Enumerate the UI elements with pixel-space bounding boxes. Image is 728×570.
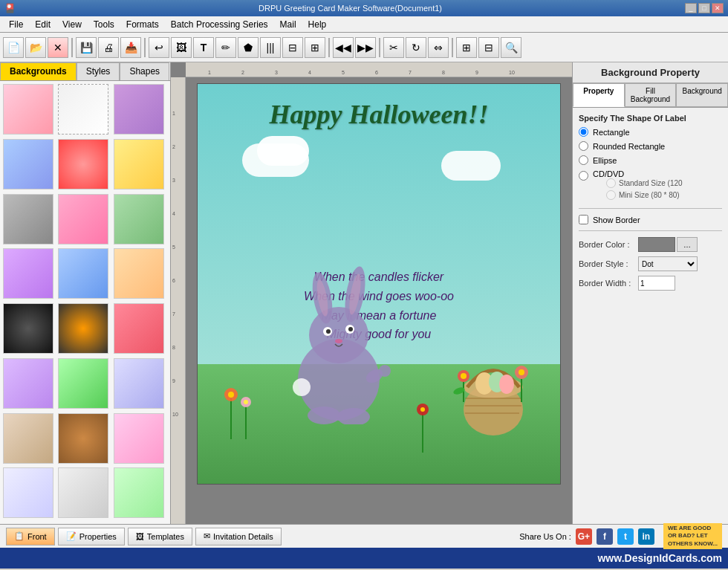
thumbnail-3[interactable] [114, 84, 164, 135]
toolbar: 📄 📂 ✕ 💾 🖨 📥 ↩ 🖼 T ✏ ⬟ ||| ⊟ ⊞ ◀◀ ▶▶ ✂ ↻ … [0, 33, 728, 62]
separator3 [328, 38, 330, 57]
thumbnail-1[interactable] [3, 84, 53, 135]
save-button[interactable]: 💾 [76, 37, 97, 58]
thumbnail-13[interactable] [3, 303, 53, 354]
open-button[interactable]: 📂 [25, 37, 46, 58]
crop-button[interactable]: ✂ [383, 37, 404, 58]
barcode-button[interactable]: ||| [260, 37, 281, 58]
greeting-card: Happy Halloween!! When the candles flick… [197, 83, 561, 485]
thumbnail-6[interactable] [114, 139, 164, 190]
twitter-icon[interactable]: t [617, 528, 634, 545]
shape-rounded-row[interactable]: Rounded Rectangle [579, 141, 722, 151]
prev-button[interactable]: ◀◀ [333, 37, 354, 58]
tab-property[interactable]: Property [573, 83, 625, 107]
next-button[interactable]: ▶▶ [355, 37, 376, 58]
grid-button[interactable]: ⊞ [456, 37, 477, 58]
menu-help[interactable]: Help [302, 18, 333, 31]
border-style-select[interactable]: Dot [638, 256, 698, 271]
properties-button[interactable]: 📝 Properties [58, 528, 125, 545]
thumbnail-19[interactable] [3, 413, 53, 464]
shape-cddvd-row[interactable]: CD/DVD Standard Size (120 Mini Size (80 … [579, 169, 722, 202]
grid2-button[interactable]: ⊟ [478, 37, 499, 58]
invitation-button[interactable]: ✉ Invitation Details [195, 528, 282, 545]
separator4 [379, 38, 380, 57]
label-mini-size: Mini Size (80 * 80) [619, 191, 680, 199]
cd-mini-row[interactable]: Mini Size (80 * 80) [606, 190, 683, 200]
thumbnail-22[interactable] [3, 467, 53, 518]
checkbox-show-border[interactable] [579, 215, 588, 224]
thumbnail-11[interactable] [58, 248, 108, 299]
radio-rectangle[interactable] [579, 127, 588, 137]
tab-backgrounds[interactable]: Backgrounds [0, 62, 77, 80]
thumbnail-20[interactable] [58, 413, 108, 464]
cloud-2 [257, 136, 309, 166]
import-button[interactable]: 📥 [120, 37, 141, 58]
delete-button[interactable]: ✕ [48, 37, 68, 58]
shape-rectangle-row[interactable]: Rectangle [579, 127, 722, 137]
thumbnail-10[interactable] [3, 248, 53, 299]
radio-standard-size[interactable] [606, 178, 616, 188]
thumbnail-18[interactable] [114, 358, 164, 409]
menu-batch[interactable]: Batch Processing Series [165, 18, 274, 31]
google-plus-icon[interactable]: G+ [576, 528, 592, 545]
section-label: Specify The Shape Of Label [579, 114, 722, 123]
shape-button[interactable]: ⬟ [238, 37, 259, 58]
thumbnail-21[interactable] [114, 413, 164, 464]
thumbnail-16[interactable] [3, 358, 53, 409]
border-color-picker[interactable]: … [677, 237, 698, 252]
facebook-icon[interactable]: f [597, 528, 613, 545]
front-button[interactable]: 📋 Front [6, 528, 55, 545]
window-controls[interactable]: _ □ ✕ [685, 3, 724, 13]
thumbnail-24[interactable] [114, 467, 164, 518]
thumbnail-5[interactable] [58, 139, 108, 190]
thumbnail-17[interactable] [58, 358, 108, 409]
templates-button[interactable]: 🖼 Templates [128, 528, 192, 545]
tab-shapes[interactable]: Shapes [120, 62, 169, 80]
thumbnail-4[interactable] [3, 139, 53, 190]
thumbnail-14[interactable] [58, 303, 108, 354]
table-button[interactable]: ⊞ [305, 37, 325, 58]
thumbnail-7[interactable] [3, 194, 53, 244]
radio-mini-size[interactable] [606, 190, 616, 200]
shape-ellipse-row[interactable]: Ellipse [579, 155, 722, 165]
menu-view[interactable]: View [56, 18, 88, 31]
menu-edit[interactable]: Edit [29, 18, 56, 31]
linkedin-icon[interactable]: in [638, 528, 654, 545]
text-button[interactable]: T [193, 37, 214, 58]
thumbnail-15[interactable] [114, 303, 164, 354]
minimize-button[interactable]: _ [685, 3, 697, 13]
tab-fill-background[interactable]: Fill Background [625, 83, 677, 107]
align-button[interactable]: ⊟ [282, 37, 303, 58]
thumbnail-2[interactable] [58, 84, 108, 135]
left-panel: Backgrounds Styles Shapes [0, 62, 171, 524]
menu-file[interactable]: File [3, 18, 29, 31]
website-url: www.DesignIdCards.com [597, 552, 722, 564]
menu-formats[interactable]: Formats [120, 18, 165, 31]
radio-rounded[interactable] [579, 141, 588, 151]
thumbnail-9[interactable] [114, 194, 164, 244]
border-color-swatch[interactable] [638, 237, 675, 252]
undo-button[interactable]: ↩ [149, 37, 169, 58]
print-button[interactable]: 🖨 [98, 37, 119, 58]
image-button[interactable]: 🖼 [171, 37, 192, 58]
rotate-button[interactable]: ↻ [406, 37, 426, 58]
close-button[interactable]: ✕ [712, 3, 724, 13]
tab-background[interactable]: Background [676, 83, 728, 107]
menu-mail[interactable]: Mail [274, 18, 302, 31]
thumbnail-23[interactable] [58, 467, 108, 518]
draw-button[interactable]: ✏ [215, 37, 236, 58]
cd-standard-row[interactable]: Standard Size (120 [606, 178, 683, 188]
radio-cddvd[interactable] [579, 171, 588, 181]
thumbnail-8[interactable] [58, 194, 108, 244]
flip-button[interactable]: ⇔ [428, 37, 449, 58]
thumbnail-12[interactable] [114, 248, 164, 299]
maximize-button[interactable]: □ [698, 3, 710, 13]
tab-styles[interactable]: Styles [77, 62, 120, 80]
border-width-input[interactable] [638, 276, 675, 291]
zoom-button[interactable]: 🔍 [501, 37, 521, 58]
show-border-row[interactable]: Show Border [579, 215, 722, 224]
menu-tools[interactable]: Tools [88, 18, 120, 31]
new-button[interactable]: 📄 [3, 37, 24, 58]
radio-ellipse[interactable] [579, 155, 588, 165]
invitation-icon: ✉ [204, 531, 210, 541]
